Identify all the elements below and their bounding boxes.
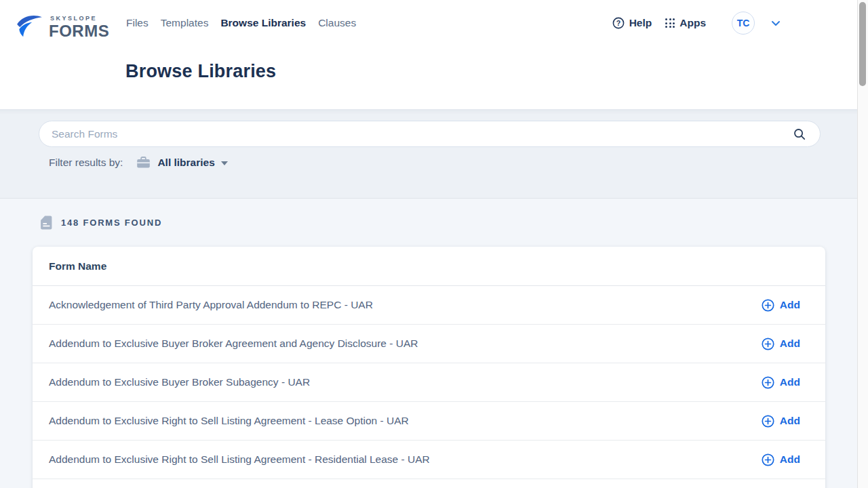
document-icon — [41, 216, 52, 230]
table-row: Addendum to Exclusive Buyer Broker Agree… — [33, 325, 825, 363]
add-circle-plus-icon — [762, 376, 774, 389]
add-form-button[interactable]: Add — [762, 338, 800, 350]
skyslope-forms-logo[interactable]: SKYSLOPE FORMS — [15, 14, 109, 41]
results-count: 148 FORMS FOUND — [61, 218, 162, 228]
form-name: Addendum to Exclusive Buyer Broker Subag… — [49, 376, 310, 388]
chevron-down-icon — [771, 20, 781, 26]
user-avatar[interactable]: TC — [732, 12, 755, 35]
app-header: SKYSLOPE FORMS Files Templates Browse Li… — [0, 0, 857, 109]
add-button-label: Add — [780, 376, 800, 388]
filter-row: Filter results by: All libraries — [49, 156, 228, 169]
caret-down-icon — [221, 161, 228, 165]
filter-selected-value: All libraries — [157, 157, 214, 169]
add-circle-plus-icon — [762, 453, 774, 466]
apps-grid-icon — [665, 18, 675, 28]
search-bar — [39, 121, 821, 147]
main-nav: Files Templates Browse Libraries Clauses — [126, 0, 356, 46]
table-row: Addendum to Exclusive Buyer Broker Subag… — [33, 363, 825, 402]
results-count-row: 148 FORMS FOUND — [41, 216, 162, 230]
filter-label: Filter results by: — [49, 157, 123, 169]
table-row: Acknowledgement of Third Party Approval … — [33, 286, 825, 325]
add-circle-plus-icon — [762, 338, 774, 350]
form-name: Addendum to Exclusive Right to Sell List… — [49, 453, 430, 466]
user-menu-chevron[interactable] — [771, 20, 781, 26]
search-icon — [793, 127, 806, 141]
svg-text:?: ? — [616, 19, 620, 27]
form-table-body: Acknowledgement of Third Party Approval … — [33, 286, 825, 479]
search-section: Filter results by: All libraries — [0, 109, 857, 198]
browse-libraries-page: SKYSLOPE FORMS Files Templates Browse Li… — [0, 0, 868, 488]
nav-item-browse-libraries[interactable]: Browse Libraries — [220, 17, 306, 29]
forms-table-card: Form Name Acknowledgement of Third Party… — [33, 247, 825, 488]
results-section: 148 FORMS FOUND Form Name Acknowledgemen… — [0, 198, 857, 488]
briefcase-icon — [136, 156, 151, 169]
logo-wordmark: SKYSLOPE FORMS — [49, 16, 109, 39]
add-button-label: Add — [780, 453, 800, 466]
add-circle-plus-icon — [762, 299, 774, 312]
add-button-label: Add — [780, 338, 800, 350]
nav-item-clauses[interactable]: Clauses — [318, 17, 356, 29]
add-button-label: Add — [780, 415, 800, 427]
search-button[interactable] — [791, 127, 808, 141]
form-name: Addendum to Exclusive Right to Sell List… — [49, 415, 409, 427]
form-name: Addendum to Exclusive Buyer Broker Agree… — [49, 338, 418, 350]
page-title: Browse Libraries — [125, 61, 276, 82]
scrollbar-thumb[interactable] — [859, 2, 866, 86]
table-row: Addendum to Exclusive Right to Sell List… — [33, 402, 825, 441]
add-form-button[interactable]: Add — [762, 453, 800, 466]
nav-item-files[interactable]: Files — [126, 17, 149, 29]
header-actions: ? Help Apps TC — [612, 0, 781, 46]
add-form-button[interactable]: Add — [762, 376, 800, 389]
apps-button[interactable]: Apps — [665, 17, 706, 29]
help-button[interactable]: ? Help — [612, 17, 652, 29]
logo-forms-text: FORMS — [49, 23, 109, 39]
table-header-row: Form Name — [33, 247, 825, 286]
table-row: Addendum to Exclusive Right to Sell List… — [33, 441, 825, 479]
search-input[interactable] — [52, 128, 791, 140]
form-name-column-header: Form Name — [49, 260, 106, 272]
add-circle-plus-icon — [762, 415, 774, 428]
help-label: Help — [629, 17, 652, 29]
add-form-button[interactable]: Add — [762, 415, 800, 428]
add-form-button[interactable]: Add — [762, 299, 800, 312]
logo-skyslope-text: SKYSLOPE — [50, 16, 109, 22]
apps-label: Apps — [679, 17, 706, 29]
nav-item-templates[interactable]: Templates — [161, 17, 209, 29]
help-icon: ? — [612, 17, 625, 29]
form-name: Acknowledgement of Third Party Approval … — [49, 299, 373, 311]
add-button-label: Add — [780, 299, 800, 311]
library-filter-dropdown[interactable]: All libraries — [136, 156, 227, 169]
skyslope-swoosh-icon — [15, 14, 43, 41]
scrollbar-track[interactable] — [857, 0, 868, 488]
